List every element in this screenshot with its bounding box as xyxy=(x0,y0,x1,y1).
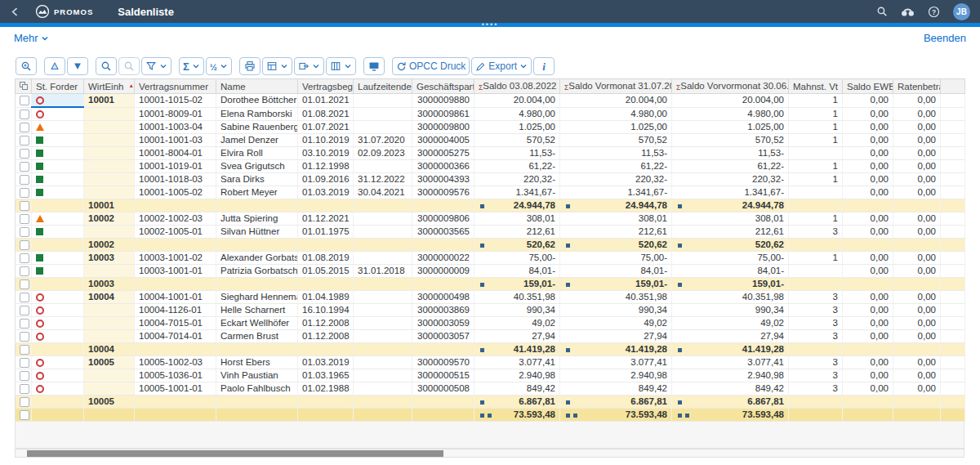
find-button[interactable] xyxy=(96,57,117,75)
row-checkbox[interactable] xyxy=(20,266,29,276)
table-row[interactable]: 1000410004-1001-01Sieghard Hennemann01.0… xyxy=(16,291,965,304)
details-button[interactable] xyxy=(16,57,37,75)
table-row[interactable]: 10001-1001-03Jamel Denzer01.10.201931.07… xyxy=(16,134,965,147)
search-icon[interactable] xyxy=(876,6,888,17)
binoculars-icon[interactable] xyxy=(901,7,915,17)
row-checkbox[interactable] xyxy=(20,201,29,211)
table-row[interactable]: 10004-1126-01Helle Scharnert16.10.199430… xyxy=(16,304,965,317)
row-checkbox[interactable] xyxy=(20,136,29,145)
table-row[interactable]: 10001-8009-01Elena Ramborski01.08.202130… xyxy=(16,107,965,121)
status-red-circle-icon xyxy=(36,333,44,341)
sort-descending-button[interactable] xyxy=(67,57,88,75)
opcc-druck-button[interactable]: OPCC Druck xyxy=(392,57,470,75)
table-row[interactable]: 10001-1003-04Sabine Rauenberg01.07.20213… xyxy=(16,121,965,134)
row-checkbox[interactable] xyxy=(20,110,29,119)
select-all-cell[interactable] xyxy=(16,79,32,94)
help-icon[interactable]: ? xyxy=(928,6,940,18)
beenden-button[interactable]: Beenden xyxy=(924,32,966,44)
resize-grip-icon[interactable]: •••• xyxy=(482,21,499,29)
graphic-button[interactable] xyxy=(363,57,385,75)
table-row[interactable]: 10004-7014-01Carmen Brust01.12.200830000… xyxy=(16,330,965,343)
export-button[interactable]: Export xyxy=(471,57,532,75)
row-checkbox[interactable] xyxy=(20,332,29,342)
sum-button[interactable]: Σ xyxy=(179,57,204,75)
table-row[interactable]: 10004-7015-01Eckart Wellhöfer01.12.20083… xyxy=(16,317,965,330)
total-marker-icon xyxy=(566,283,570,287)
column-header-vertrag[interactable]: Vertragsnummer xyxy=(135,79,216,94)
row-checkbox[interactable] xyxy=(20,227,29,237)
table-row[interactable]: 1000510005-1002-03Horst Ebers01.03.20193… xyxy=(16,356,965,369)
empty-cell xyxy=(135,199,216,212)
row-checkbox[interactable] xyxy=(20,175,29,185)
subtotal-row[interactable]: 1000441.419,2841.419,2841.419,28 xyxy=(16,343,965,356)
row-checkbox[interactable] xyxy=(20,162,29,172)
row-checkbox[interactable] xyxy=(20,345,29,355)
column-header-st[interactable]: St. Forder xyxy=(32,79,84,94)
filter-button[interactable] xyxy=(141,57,172,75)
layout-button[interactable] xyxy=(326,57,356,75)
table-row[interactable]: 10001-1005-02Robert Meyer01.03.201930.04… xyxy=(16,186,965,199)
row-checkbox[interactable] xyxy=(20,293,29,302)
column-header-saldo1[interactable]: ΣSaldo 03.08.2022 xyxy=(474,79,560,94)
scrollbar-thumb[interactable] xyxy=(27,450,443,457)
table-row[interactable]: 1000210002-1002-03Jutta Spiering01.12.20… xyxy=(16,212,965,226)
subtotal-row[interactable]: 100056.867,816.867,816.867,81 xyxy=(16,396,965,409)
row-checkbox[interactable] xyxy=(20,188,29,198)
saldo3-cell: 990,34 xyxy=(672,304,789,317)
saldo3-cell: 212,61 xyxy=(672,226,789,239)
subtotal-row[interactable]: 10002520,62520,62520,62 xyxy=(16,239,965,252)
column-header-mahnst[interactable]: Mahnst. Vt xyxy=(789,79,843,94)
table-row[interactable]: 1000310003-1001-02Alexander Gorbatsch01.… xyxy=(16,252,965,265)
column-header-rate[interactable]: Ratenbetrag xyxy=(893,79,941,94)
row-checkbox[interactable] xyxy=(20,410,29,420)
views-button[interactable] xyxy=(262,57,292,75)
row-checkbox[interactable] xyxy=(20,319,29,329)
row-checkbox[interactable] xyxy=(20,306,29,315)
subtotal-button[interactable]: ½ xyxy=(206,57,232,75)
status-cell xyxy=(32,107,84,121)
print-button[interactable] xyxy=(239,57,261,75)
mehr-menu[interactable]: Mehr xyxy=(14,32,49,44)
table-row[interactable]: 10005-1036-01Vinh Paustian01.03.19653000… xyxy=(16,369,965,382)
back-button[interactable] xyxy=(10,7,20,17)
wirteinh-cell: 10003 xyxy=(84,252,135,265)
empty-cell xyxy=(412,396,474,409)
subtotal-row[interactable]: 1000124.944,7824.944,7824.944,78 xyxy=(16,199,965,212)
avatar[interactable]: JB xyxy=(953,3,970,20)
row-checkbox[interactable] xyxy=(20,358,29,368)
column-header-ende[interactable]: Laufzeitende xyxy=(354,79,412,94)
row-checkbox[interactable] xyxy=(20,240,29,250)
info-button[interactable]: i xyxy=(533,57,555,75)
grand-total-row[interactable]: 73.593,4873.593,4873.593,48 xyxy=(16,409,965,422)
row-checkbox[interactable] xyxy=(20,371,29,381)
table-row[interactable]: 10001-1019-01Svea Grigutsch01.12.1998300… xyxy=(16,160,965,173)
row-checkbox[interactable] xyxy=(20,123,29,132)
subtotal-row[interactable]: 10003159,01-159,01-159,01- xyxy=(16,278,965,291)
horizontal-scrollbar[interactable] xyxy=(15,449,964,458)
export-list-button[interactable] xyxy=(294,57,324,75)
column-header-saldo3[interactable]: ΣSaldo Vorvormonat 30.06.2022 xyxy=(672,79,789,94)
row-checkbox[interactable] xyxy=(20,384,29,394)
column-header-wirteinh[interactable]: WirtEinh▲ xyxy=(84,79,135,94)
row-checkbox[interactable] xyxy=(20,253,29,263)
table-row[interactable]: 10005-1001-01Paolo Fahlbusch01.02.198830… xyxy=(16,382,965,396)
column-header-beginn[interactable]: Vertragsbeginn xyxy=(298,79,354,94)
table-row[interactable]: 10001-1018-03Sara Dirks01.09.201631.12.2… xyxy=(16,173,965,186)
saldo2-cell: 212,61 xyxy=(560,226,672,239)
table-row[interactable]: 10003-1001-01Patrizia Gorbatsch01.05.201… xyxy=(16,265,965,278)
row-checkbox[interactable] xyxy=(20,397,29,407)
row-checkbox[interactable] xyxy=(20,96,29,105)
column-header-ewb[interactable]: Saldo EWB xyxy=(843,79,893,94)
table-row[interactable]: 10002-1005-01Silvan Hüttner01.01.1975300… xyxy=(16,226,965,239)
sort-ascending-button[interactable] xyxy=(44,57,65,75)
column-header-name[interactable]: Name xyxy=(216,79,298,94)
table-row[interactable]: 10001-8004-01Elvira Roll03.10.201902.09.… xyxy=(16,147,965,160)
row-checkbox[interactable] xyxy=(20,214,29,224)
status-red-circle-icon xyxy=(36,293,44,302)
column-header-partner[interactable]: Geschäftspartner xyxy=(412,79,474,94)
row-checkbox[interactable] xyxy=(20,279,29,289)
row-checkbox[interactable] xyxy=(20,149,29,159)
filler-cell xyxy=(941,134,965,147)
table-row[interactable]: 1000110001-1015-02Dorothee Böttcher01.01… xyxy=(16,94,965,108)
column-header-saldo2[interactable]: ΣSaldo Vormonat 31.07.2022 xyxy=(560,79,672,94)
